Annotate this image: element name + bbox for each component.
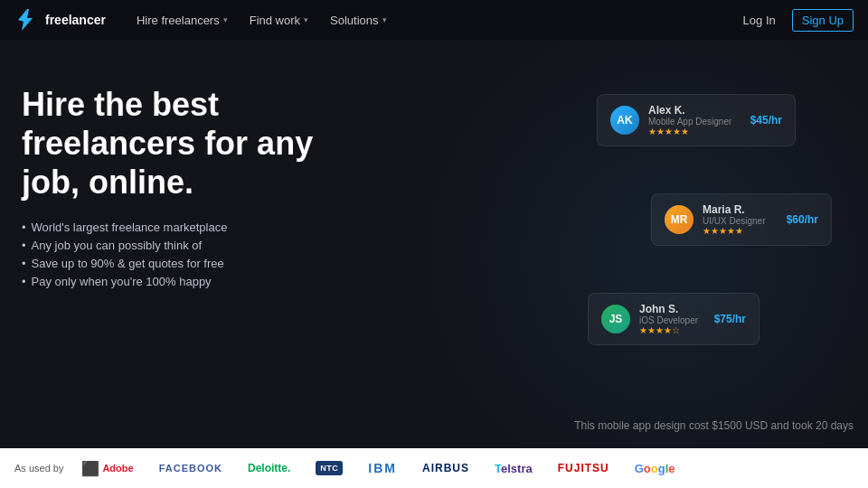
chevron-down-icon: ▾ xyxy=(304,15,308,24)
hero-section: AK Alex K. Mobile App Designer ★★★★★ $45… xyxy=(0,40,868,448)
facebook-logo: FACEBOOK xyxy=(159,463,222,474)
login-button[interactable]: Log In xyxy=(734,10,785,31)
cost-note: This mobile app design cost $1500 USD an… xyxy=(574,419,854,432)
hero-title: Hire the best freelancers for any job, o… xyxy=(22,85,344,202)
google-letter-o2: o xyxy=(651,462,658,475)
card-info: Maria R. UI/UX Designer ★★★★★ xyxy=(703,203,778,236)
hero-content: Hire the best freelancers for any job, o… xyxy=(0,85,344,306)
ibm-logo: IBM xyxy=(368,461,397,475)
card-skill: Mobile App Designer xyxy=(648,117,741,127)
card-skill: iOS Developer xyxy=(639,315,705,325)
card-info: Alex K. Mobile App Designer ★★★★★ xyxy=(648,104,741,136)
google-letter-o1: o xyxy=(644,462,651,475)
adobe-text: Adobe xyxy=(102,463,133,474)
bullet-2: Any job you can possibly think of xyxy=(22,239,344,252)
google-logo: Google xyxy=(635,462,675,475)
chevron-down-icon: ▾ xyxy=(223,15,228,24)
telstra-logo: Telstra xyxy=(495,462,533,475)
telstra-text: Telstra xyxy=(495,462,533,475)
brand-logos: ⬛ Adobe FACEBOOK Deloitte. NTC IBM AIRBU… xyxy=(81,460,854,477)
deloitte-logo: Deloitte. xyxy=(248,462,290,474)
facebook-text: FACEBOOK xyxy=(159,463,222,474)
bullet-1: World's largest freelance marketplace xyxy=(22,221,344,234)
nav-links: Hire freelancers ▾ Find work ▾ Solutions… xyxy=(127,10,734,31)
card-price: $75/hr xyxy=(714,313,746,325)
freelancer-card-3: JS John S. iOS Developer ★★★★☆ $75/hr xyxy=(588,293,760,345)
card-name: John S. xyxy=(639,303,705,315)
card-price: $60/hr xyxy=(787,213,818,226)
hero-bullets: World's largest freelance marketplace An… xyxy=(22,221,344,288)
fujitsu-text: FUJITSU xyxy=(558,462,609,474)
bullet-4: Pay only when you're 100% happy xyxy=(22,275,344,288)
avatar: JS xyxy=(601,305,630,333)
avatar: MR xyxy=(665,205,693,234)
avatar: AK xyxy=(610,106,639,135)
card-name: Maria R. xyxy=(703,203,778,216)
chevron-down-icon: ▾ xyxy=(382,15,387,24)
star-rating: ★★★★★ xyxy=(648,127,741,136)
nav-solutions[interactable]: Solutions ▾ xyxy=(321,10,395,31)
card-skill: UI/UX Designer xyxy=(703,216,778,226)
nav-hire-freelancers[interactable]: Hire freelancers ▾ xyxy=(127,10,237,31)
freelancer-logo-icon xyxy=(14,7,40,33)
ntc-logo: NTC xyxy=(316,461,343,475)
nav-find-work[interactable]: Find work ▾ xyxy=(241,10,317,31)
google-text: Google xyxy=(635,462,675,475)
logo[interactable]: freelancer xyxy=(14,7,106,33)
ntc-text: NTC xyxy=(316,461,343,475)
signup-button[interactable]: Sign Up xyxy=(792,9,854,32)
google-letter-g2: g xyxy=(658,462,665,475)
star-rating: ★★★★☆ xyxy=(639,325,705,335)
bottom-bar: As used by ⬛ Adobe FACEBOOK Deloitte. NT… xyxy=(0,448,868,488)
google-letter-g: G xyxy=(635,462,644,475)
hero-visual: AK Alex K. Mobile App Designer ★★★★★ $45… xyxy=(344,40,868,419)
logo-text: freelancer xyxy=(45,13,106,27)
card-info: John S. iOS Developer ★★★★☆ xyxy=(639,303,705,335)
airbus-text: AIRBUS xyxy=(422,462,469,474)
navbar: freelancer Hire freelancers ▾ Find work … xyxy=(0,0,868,40)
deloitte-text: Deloitte. xyxy=(248,462,290,474)
card-name: Alex K. xyxy=(648,104,741,117)
freelancer-card-2: MR Maria R. UI/UX Designer ★★★★★ $60/hr xyxy=(651,193,832,246)
bullet-3: Save up to 90% & get quotes for free xyxy=(22,257,344,270)
airbus-logo: AIRBUS xyxy=(422,462,469,474)
card-price: $45/hr xyxy=(750,114,782,127)
star-rating: ★★★★★ xyxy=(703,226,778,236)
adobe-icon: ⬛ xyxy=(81,460,99,477)
used-by-label: As used by xyxy=(14,463,63,474)
nav-auth: Log In Sign Up xyxy=(734,9,854,32)
ibm-text: IBM xyxy=(368,461,397,475)
freelancer-card-1: AK Alex K. Mobile App Designer ★★★★★ $45… xyxy=(597,94,796,146)
fujitsu-logo: FUJITSU xyxy=(558,462,609,474)
adobe-logo: ⬛ Adobe xyxy=(81,460,133,477)
google-letter-e: e xyxy=(668,462,675,475)
